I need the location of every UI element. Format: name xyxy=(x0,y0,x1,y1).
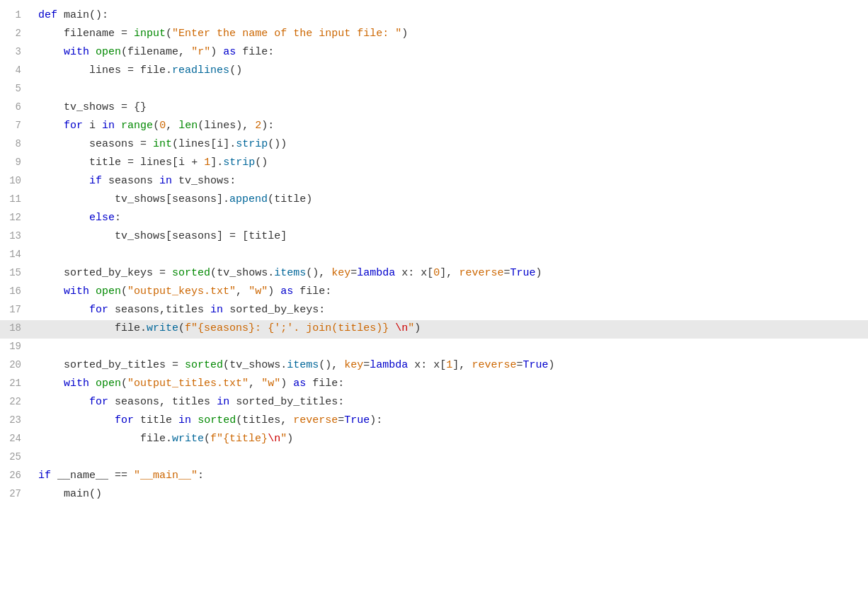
line-content-20: sorted_by_titles = sorted(tv_shows.items… xyxy=(38,357,554,374)
line-content-21: with open("output_titles.txt", "w") as f… xyxy=(38,375,344,392)
line-num-21: 21 xyxy=(0,375,21,391)
line-num-20: 20 xyxy=(0,357,21,373)
code-line-20: 20 sorted_by_titles = sorted(tv_shows.it… xyxy=(0,357,868,375)
line-content-7: for i in range(0, len(lines), 2): xyxy=(38,118,274,135)
line-content-24: file.write(f"{title}\n") xyxy=(38,431,293,448)
line-content-10: if seasons in tv_shows: xyxy=(38,173,236,190)
line-num-24: 24 xyxy=(0,431,21,446)
line-content-17: for seasons,titles in sorted_by_keys: xyxy=(38,302,325,319)
line-content-18: file.write(f"{seasons}: {';'. join(title… xyxy=(38,320,421,337)
line-content-3: with open(filename, "r") as file: xyxy=(38,44,274,61)
line-num-12: 12 xyxy=(0,210,21,225)
line-content-14 xyxy=(38,246,45,264)
code-line-27: 27 main() xyxy=(0,486,868,504)
code-line-19: 19 xyxy=(0,339,868,357)
line-num-6: 6 xyxy=(0,99,21,115)
line-num-14: 14 xyxy=(0,246,21,262)
code-line-4: 4 lines = file.readlines() xyxy=(0,62,868,81)
code-line-14: 14 xyxy=(0,246,868,265)
code-line-9: 9 title = lines[i + 1].strip() xyxy=(0,154,868,173)
code-line-8: 8 seasons = int(lines[i].strip()) xyxy=(0,136,868,154)
line-content-16: with open("output_keys.txt", "w") as fil… xyxy=(38,283,331,300)
line-num-11: 11 xyxy=(0,191,21,207)
line-content-6: tv_shows = {} xyxy=(38,99,147,116)
line-num-19: 19 xyxy=(0,339,21,354)
line-num-17: 17 xyxy=(0,302,21,317)
line-num-5: 5 xyxy=(0,81,21,96)
line-content-5 xyxy=(38,81,45,98)
line-content-12: else: xyxy=(38,210,121,227)
line-num-9: 9 xyxy=(0,154,21,170)
line-content-13: tv_shows[seasons] = [title] xyxy=(38,228,287,245)
line-num-18: 18 xyxy=(0,320,21,336)
line-content-27: main() xyxy=(38,486,102,503)
line-num-2: 2 xyxy=(0,26,21,41)
line-num-3: 3 xyxy=(0,44,21,60)
line-num-23: 23 xyxy=(0,412,21,428)
line-num-27: 27 xyxy=(0,486,21,502)
code-line-18: 18 file.write(f"{seasons}: {';'. join(ti… xyxy=(0,320,868,339)
line-content-11: tv_shows[seasons].append(title) xyxy=(38,191,312,208)
line-num-16: 16 xyxy=(0,283,21,299)
code-line-26: 26 if __name__ == "__main__": xyxy=(0,468,868,486)
code-line-5: 5 xyxy=(0,81,868,99)
line-content-23: for title in sorted(titles, reverse=True… xyxy=(38,412,382,429)
code-line-23: 23 for title in sorted(titles, reverse=T… xyxy=(0,412,868,431)
code-line-1: 1 def main(): xyxy=(0,7,868,26)
code-line-2: 2 filename = input("Enter the name of th… xyxy=(0,26,868,44)
line-content-4: lines = file.readlines() xyxy=(38,62,242,79)
line-num-1: 1 xyxy=(0,7,21,23)
line-content-1: def main(): xyxy=(38,7,108,24)
code-line-15: 15 sorted_by_keys = sorted(tv_shows.item… xyxy=(0,265,868,283)
line-num-15: 15 xyxy=(0,265,21,280)
code-line-7: 7 for i in range(0, len(lines), 2): xyxy=(0,118,868,136)
line-content-9: title = lines[i + 1].strip() xyxy=(38,154,268,171)
code-line-10: 10 if seasons in tv_shows: xyxy=(0,173,868,191)
line-content-26: if __name__ == "__main__": xyxy=(38,468,204,484)
code-line-24: 24 file.write(f"{title}\n") xyxy=(0,431,868,449)
code-line-12: 12 else: xyxy=(0,210,868,228)
line-num-26: 26 xyxy=(0,468,21,483)
code-line-3: 3 with open(filename, "r") as file: xyxy=(0,44,868,62)
code-line-11: 11 tv_shows[seasons].append(title) xyxy=(0,191,868,210)
code-line-25: 25 xyxy=(0,449,868,468)
line-num-7: 7 xyxy=(0,118,21,133)
line-num-22: 22 xyxy=(0,394,21,409)
line-num-10: 10 xyxy=(0,173,21,188)
line-num-13: 13 xyxy=(0,228,21,244)
line-num-4: 4 xyxy=(0,62,21,78)
line-content-8: seasons = int(lines[i].strip()) xyxy=(38,136,287,153)
line-num-8: 8 xyxy=(0,136,21,152)
code-line-22: 22 for seasons, titles in sorted_by_titl… xyxy=(0,394,868,412)
code-editor: 1 def main(): 2 filename = input("Enter … xyxy=(0,0,868,595)
code-line-21: 21 with open("output_titles.txt", "w") a… xyxy=(0,375,868,394)
line-content-15: sorted_by_keys = sorted(tv_shows.items()… xyxy=(38,265,542,282)
line-content-22: for seasons, titles in sorted_by_titles: xyxy=(38,394,344,411)
code-line-13: 13 tv_shows[seasons] = [title] xyxy=(0,228,868,246)
line-content-19 xyxy=(38,339,45,356)
line-content-2: filename = input("Enter the name of the … xyxy=(38,26,408,42)
line-content-25 xyxy=(38,449,45,466)
code-line-16: 16 with open("output_keys.txt", "w") as … xyxy=(0,283,868,302)
line-num-25: 25 xyxy=(0,449,21,465)
code-line-6: 6 tv_shows = {} xyxy=(0,99,868,118)
code-line-17: 17 for seasons,titles in sorted_by_keys: xyxy=(0,302,868,320)
